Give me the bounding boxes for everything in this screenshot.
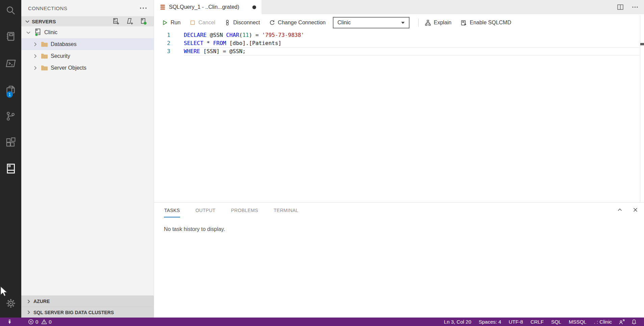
tree-item-server-objects[interactable]: Server Objects <box>21 62 154 74</box>
status-bar: 0 0 Ln 3, Col 20 Spaces: 4 UTF-8 CRLF SQ… <box>0 318 644 326</box>
database-dropdown[interactable]: Clinic <box>333 17 410 28</box>
tree-item-clinic[interactable]: Clinic <box>21 26 154 38</box>
feedback-icon[interactable] <box>616 319 628 325</box>
indentation-status[interactable]: Spaces: 4 <box>475 319 505 325</box>
split-editor-icon[interactable] <box>617 4 624 10</box>
editor-tab-bar: SQLQuery_1 - ..Clin...grated) <box>154 0 644 14</box>
cancel-button[interactable]: Cancel <box>190 20 215 26</box>
more-actions-icon[interactable] <box>140 7 147 9</box>
source-control-icon[interactable] <box>0 111 21 121</box>
tab-title: SQLQuery_1 - ..Clin...grated) <box>169 4 239 10</box>
database-file-icon <box>159 4 166 11</box>
current-line-highlight <box>184 47 640 55</box>
disconnect-icon <box>224 20 230 26</box>
close-panel-icon[interactable] <box>633 207 638 212</box>
connection-status[interactable]: . : Clinic <box>590 319 616 325</box>
sqlcmd-icon <box>461 20 467 26</box>
panel-tab-problems[interactable]: PROBLEMS <box>231 203 258 217</box>
servers-section-label: SERVERS <box>32 19 56 24</box>
chevron-down-icon[interactable] <box>25 30 31 35</box>
terminal-icon[interactable] <box>0 58 21 69</box>
folder-icon <box>41 65 48 71</box>
line-number: 3 <box>154 47 170 55</box>
code-text: WHERE [SSN] = @SSN; <box>170 47 246 55</box>
run-play-icon <box>162 20 168 26</box>
language-status[interactable]: SQL <box>547 319 565 325</box>
disconnect-button[interactable]: Disconnect <box>224 20 260 26</box>
warning-icon <box>41 319 47 325</box>
servers-section-header[interactable]: SERVERS <box>21 16 154 26</box>
folder-icon <box>41 41 48 47</box>
tree-item-security[interactable]: Security <box>21 50 154 62</box>
scrollbar-cursor-mark <box>640 43 644 45</box>
tree-item-label: Databases <box>51 41 77 47</box>
code-line-2[interactable]: 2SELECT * FROM [dbo].[Patients] <box>154 39 644 47</box>
eol-status[interactable]: CRLF <box>527 319 547 325</box>
server-icon <box>34 28 42 37</box>
error-icon <box>28 319 34 325</box>
cursor-position-status[interactable]: Ln 3, Col 20 <box>440 319 475 325</box>
azure-section-header[interactable]: AZURE <box>21 296 154 307</box>
pages-icon[interactable]: 1 <box>0 85 21 96</box>
provider-status[interactable]: MSSQL <box>565 319 590 325</box>
notebook-icon[interactable] <box>0 31 21 42</box>
change-connection-button[interactable]: Change Connection <box>269 20 325 26</box>
new-connection-icon[interactable] <box>113 18 120 25</box>
panel-tab-output[interactable]: OUTPUT <box>195 203 216 217</box>
panel-tab-tasks[interactable]: TASKS <box>164 203 180 217</box>
dirty-indicator-dot[interactable] <box>252 5 256 9</box>
extensions-icon[interactable] <box>0 137 21 147</box>
enable-sqlcmd-button[interactable]: Enable SQLCMD <box>461 20 511 26</box>
code-editor[interactable]: 1DECLARE @SSN CHAR(11) = '795-73-9838'2S… <box>154 31 644 55</box>
change-connection-icon <box>269 20 275 26</box>
encoding-status[interactable]: UTF-8 <box>505 319 527 325</box>
chevron-down-icon <box>25 19 30 24</box>
chevron-right-icon <box>26 310 31 315</box>
search-icon[interactable] <box>0 5 21 16</box>
activity-badge: 1 <box>6 91 13 98</box>
chevron-right-icon[interactable] <box>32 53 38 59</box>
bottom-panel: TASKSOUTPUTPROBLEMSTERMINAL No task hist… <box>154 202 644 318</box>
azure-section-label: AZURE <box>33 299 50 304</box>
tab-sqlquery1[interactable]: SQLQuery_1 - ..Clin...grated) <box>154 0 262 14</box>
errors-status[interactable]: 0 <box>28 319 38 325</box>
cancel-stop-icon <box>190 20 196 26</box>
toolbar-separator <box>418 19 419 27</box>
big-data-clusters-section-header[interactable]: SQL SERVER BIG DATA CLUSTERS <box>21 307 154 318</box>
tree-item-label: Security <box>51 53 70 59</box>
tree-item-label: Clinic <box>44 29 57 36</box>
activity-bar: 1 <box>0 0 21 318</box>
code-line-3[interactable]: 3WHERE [SSN] = @SSN; <box>154 47 644 55</box>
query-toolbar: Run Cancel Disconnect Change Con <box>154 14 644 31</box>
code-text: SELECT * FROM [dbo].[Patients] <box>170 39 281 47</box>
new-server-group-icon[interactable] <box>126 18 133 25</box>
big-data-clusters-section-label: SQL SERVER BIG DATA CLUSTERS <box>33 310 114 315</box>
run-button[interactable]: Run <box>162 20 180 26</box>
explain-button[interactable]: Explain <box>425 20 451 26</box>
more-actions-icon[interactable] <box>632 6 638 8</box>
tree-item-databases[interactable]: Databases <box>21 38 154 50</box>
panel-tab-terminal[interactable]: TERMINAL <box>273 203 299 217</box>
chevron-right-icon[interactable] <box>32 42 38 47</box>
tasks-empty-message: No task history to display. <box>154 226 644 232</box>
chevron-right-icon[interactable] <box>32 65 38 71</box>
explain-plan-icon <box>425 20 431 26</box>
servers-icon[interactable] <box>0 163 21 174</box>
code-line-1[interactable]: 1DECLARE @SSN CHAR(11) = '795-73-9838' <box>154 31 644 39</box>
warnings-status[interactable]: 0 <box>41 319 51 325</box>
line-number: 2 <box>154 39 170 47</box>
panel-tabs: TASKSOUTPUTPROBLEMSTERMINAL <box>154 203 644 217</box>
settings-gear-icon[interactable] <box>0 298 21 309</box>
server-tree: ClinicDatabasesSecurityServer Objects <box>21 26 154 74</box>
connections-sidebar: CONNECTIONS SERVERS <box>21 0 154 318</box>
show-active-connections-icon[interactable] <box>140 18 147 25</box>
chevron-down-icon <box>401 22 405 24</box>
accessibility-person-icon[interactable] <box>4 319 15 325</box>
database-dropdown-value: Clinic <box>338 20 351 26</box>
notifications-bell-icon[interactable] <box>628 319 640 325</box>
editor-area: SQLQuery_1 - ..Clin...grated) Run <box>154 0 644 318</box>
folder-icon <box>41 53 48 59</box>
sidebar-title-row: CONNECTIONS <box>21 0 154 16</box>
code-text: DECLARE @SSN CHAR(11) = '795-73-9838' <box>170 31 304 39</box>
maximize-panel-icon[interactable] <box>617 207 623 212</box>
